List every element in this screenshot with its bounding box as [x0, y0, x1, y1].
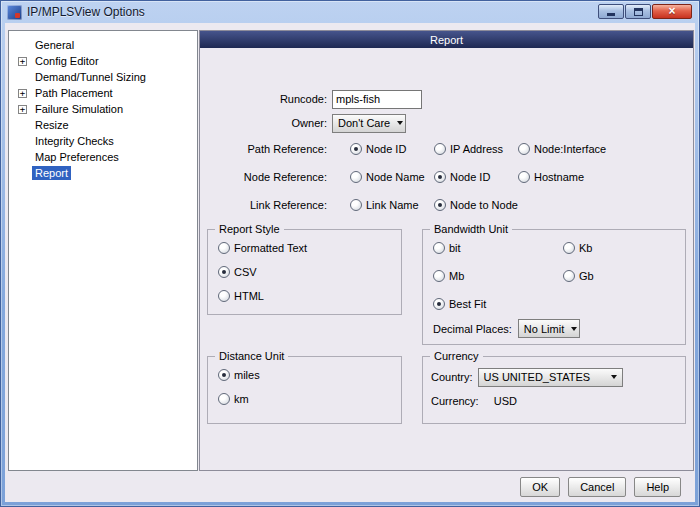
sidebar-item-failure-simulation[interactable]: + Failure Simulation — [9, 101, 197, 117]
radio-label: bit — [449, 242, 461, 254]
titlebar[interactable]: IP/MPLSView Options × — [1, 1, 699, 23]
window-controls: × — [598, 4, 692, 19]
help-button[interactable]: Help — [634, 477, 681, 497]
sidebar-item-general[interactable]: General — [9, 37, 197, 53]
report-style-options: Formatted Text CSV HTML — [208, 230, 401, 308]
sidebar-item-config-editor[interactable]: + Config Editor — [9, 53, 197, 69]
cancel-button[interactable]: Cancel — [568, 477, 626, 497]
sidebar-item-label: General — [32, 38, 77, 52]
radio-mb[interactable]: Mb — [433, 270, 464, 282]
report-panel: Report Runcode: Owner: Don't Care Path R… — [199, 30, 694, 471]
ok-button[interactable]: OK — [520, 477, 560, 497]
radio-icon — [563, 270, 575, 282]
owner-select[interactable]: Don't Care — [332, 114, 406, 133]
radio-link-link-name[interactable]: Link Name — [350, 199, 419, 211]
radio-label: IP Address — [450, 143, 503, 155]
minimize-icon — [607, 13, 615, 16]
link-reference-row: Link Reference: Link Name Node to Node — [200, 195, 691, 215]
radio-kb[interactable]: Kb — [563, 242, 592, 254]
radio-gb[interactable]: Gb — [563, 270, 594, 282]
runcode-input[interactable] — [332, 90, 422, 109]
chevron-down-icon — [394, 115, 405, 132]
radio-path-ip-address[interactable]: IP Address — [434, 143, 503, 155]
radio-label: Node ID — [450, 171, 490, 183]
decimal-places-row: Decimal Places: No Limit — [423, 319, 685, 338]
sidebar-item-label: Report — [32, 166, 71, 180]
bandwidth-unit-options: bit Kb Mb — [423, 230, 685, 318]
dialog-client-area: General + Config Editor Demand/Tunnel Si… — [5, 23, 695, 502]
radio-label: miles — [234, 369, 260, 381]
radio-label: Gb — [579, 270, 594, 282]
sidebar-item-integrity-checks[interactable]: Integrity Checks — [9, 133, 197, 149]
sidebar-item-label: Failure Simulation — [32, 102, 126, 116]
node-reference-row: Node Reference: Node Name Node ID Hostna… — [200, 167, 691, 187]
options-window: IP/MPLSView Options × General + Config E… — [0, 0, 700, 507]
maximize-button[interactable] — [625, 4, 651, 19]
radio-node-node-id[interactable]: Node ID — [434, 171, 490, 183]
expand-icon[interactable]: + — [18, 57, 27, 66]
sidebar-item-label: Integrity Checks — [32, 134, 117, 148]
radio-km[interactable]: km — [218, 393, 249, 405]
sidebar-item-resize[interactable]: Resize — [9, 117, 197, 133]
radio-best-fit[interactable]: Best Fit — [433, 298, 486, 310]
radio-html[interactable]: HTML — [218, 290, 264, 302]
sidebar-item-demand-tunnel-sizing[interactable]: Demand/Tunnel Sizing — [9, 69, 197, 85]
window-title: IP/MPLSView Options — [27, 5, 145, 19]
sidebar-item-report[interactable]: Report — [9, 165, 197, 181]
close-icon: × — [668, 5, 675, 18]
radio-miles[interactable]: miles — [218, 369, 260, 381]
expand-icon[interactable]: + — [18, 89, 27, 98]
sidebar-item-path-placement[interactable]: + Path Placement — [9, 85, 197, 101]
sidebar-item-label: Config Editor — [32, 54, 102, 68]
radio-label: Mb — [449, 270, 464, 282]
app-icon — [7, 5, 22, 20]
chevron-down-icon — [568, 320, 579, 337]
panel-title: Report — [200, 31, 693, 48]
country-selected-value: US UNITED_STATES — [479, 371, 595, 383]
radio-icon — [433, 270, 445, 282]
radio-icon — [518, 143, 530, 155]
currency-label: Currency: — [431, 395, 479, 407]
distance-unit-options: miles km — [208, 357, 401, 411]
radio-icon — [518, 171, 530, 183]
decimal-places-select[interactable]: No Limit — [518, 319, 580, 338]
sidebar-item-map-preferences[interactable]: Map Preferences — [9, 149, 197, 165]
runcode-label: Runcode: — [200, 93, 332, 105]
radio-icon — [350, 143, 362, 155]
radio-path-node-id[interactable]: Node ID — [350, 143, 406, 155]
runcode-row: Runcode: — [200, 89, 691, 109]
radio-icon — [434, 199, 446, 211]
currency-row: Currency: USD — [423, 389, 685, 413]
owner-row: Owner: Don't Care — [200, 113, 691, 133]
radio-node-node-name[interactable]: Node Name — [350, 171, 425, 183]
radio-node-hostname[interactable]: Hostname — [518, 171, 584, 183]
owner-label: Owner: — [200, 117, 332, 129]
country-select[interactable]: US UNITED_STATES — [478, 368, 623, 387]
radio-label: Best Fit — [449, 298, 486, 310]
radio-icon — [218, 290, 230, 302]
radio-icon — [434, 171, 446, 183]
radio-icon — [218, 369, 230, 381]
radio-link-node-to-node[interactable]: Node to Node — [434, 199, 518, 211]
sidebar-item-label: Map Preferences — [32, 150, 122, 164]
currency-value: USD — [494, 395, 517, 407]
sidebar-item-label: Resize — [32, 118, 72, 132]
radio-label: Kb — [579, 242, 592, 254]
radio-formatted-text[interactable]: Formatted Text — [218, 242, 307, 254]
chevron-down-icon — [607, 369, 622, 386]
radio-icon — [563, 242, 575, 254]
radio-bit[interactable]: bit — [433, 242, 461, 254]
currency-group-title: Currency — [430, 350, 483, 362]
close-button[interactable]: × — [652, 4, 692, 19]
category-tree: General + Config Editor Demand/Tunnel Si… — [8, 30, 198, 471]
expand-icon[interactable]: + — [18, 105, 27, 114]
radio-csv[interactable]: CSV — [218, 266, 257, 278]
link-reference-label: Link Reference: — [200, 199, 332, 211]
decimal-places-selected-value: No Limit — [519, 323, 568, 335]
bandwidth-unit-group: Bandwidth Unit bit Kb — [422, 229, 686, 345]
minimize-button[interactable] — [598, 4, 624, 19]
radio-icon — [433, 242, 445, 254]
radio-path-node-interface[interactable]: Node:Interface — [518, 143, 606, 155]
distance-unit-group-title: Distance Unit — [215, 350, 288, 362]
node-reference-label: Node Reference: — [200, 171, 332, 183]
